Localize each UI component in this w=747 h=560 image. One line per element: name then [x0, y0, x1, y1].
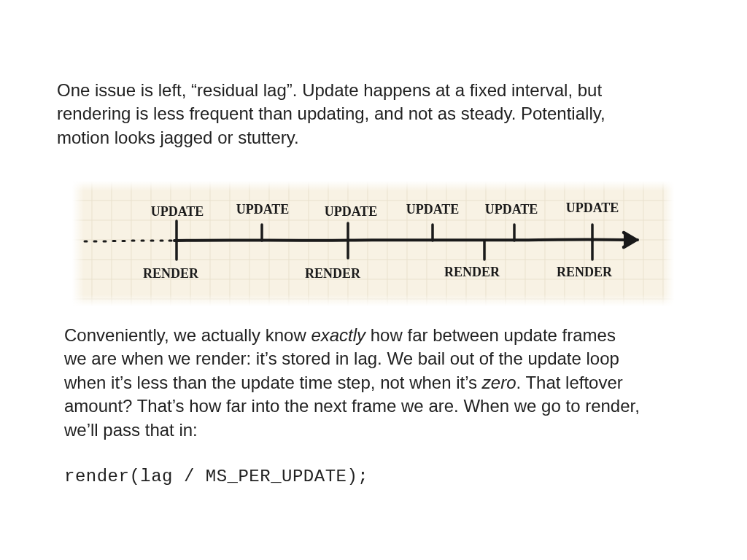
code-snippet: render(lag / MS_PER_UPDATE); [64, 467, 368, 486]
svg-rect-40 [662, 181, 674, 306]
render-label: RENDER [143, 266, 199, 281]
emphasis-exactly: exactly [311, 325, 365, 345]
svg-rect-41 [72, 181, 674, 191]
update-label: UPDATE [406, 202, 460, 217]
paragraph-explanation: Conveniently, we actually know exactly h… [64, 324, 640, 442]
emphasis-zero: zero [482, 373, 516, 392]
svg-rect-39 [72, 181, 84, 306]
svg-rect-0 [72, 181, 674, 306]
update-label: UPDATE [325, 204, 378, 219]
render-label: RENDER [305, 266, 361, 281]
update-label: UPDATE [566, 201, 619, 215]
slide: One issue is left, “residual lag”. Updat… [0, 0, 747, 560]
timeline-diagram: UPDATE UPDATE UPDATE UPDATE UPDATE UPDAT… [72, 181, 674, 306]
paragraph-residual-lag: One issue is left, “residual lag”. Updat… [57, 79, 640, 149]
update-label: UPDATE [485, 202, 538, 217]
render-label: RENDER [444, 265, 500, 279]
update-label: UPDATE [236, 202, 290, 217]
svg-rect-42 [72, 295, 674, 306]
text: Conveniently, we actually know [64, 325, 311, 345]
render-label: RENDER [557, 265, 613, 279]
update-label: UPDATE [151, 204, 204, 219]
